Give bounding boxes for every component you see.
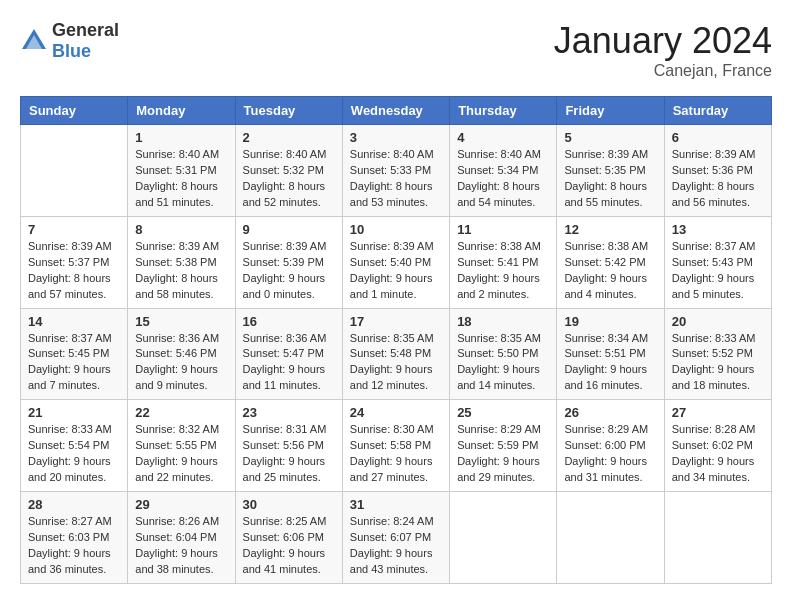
day-number: 11 [457,222,549,237]
week-row-5: 28Sunrise: 8:27 AMSunset: 6:03 PMDayligh… [21,492,772,584]
day-info: Sunrise: 8:27 AMSunset: 6:03 PMDaylight:… [28,514,120,578]
day-number: 30 [243,497,335,512]
day-cell: 9Sunrise: 8:39 AMSunset: 5:39 PMDaylight… [235,216,342,308]
logo-blue-text: Blue [52,41,91,61]
day-info: Sunrise: 8:31 AMSunset: 5:56 PMDaylight:… [243,422,335,486]
day-number: 28 [28,497,120,512]
day-cell: 31Sunrise: 8:24 AMSunset: 6:07 PMDayligh… [342,492,449,584]
calendar-table: SundayMondayTuesdayWednesdayThursdayFrid… [20,96,772,584]
day-info: Sunrise: 8:34 AMSunset: 5:51 PMDaylight:… [564,331,656,395]
day-info: Sunrise: 8:30 AMSunset: 5:58 PMDaylight:… [350,422,442,486]
day-number: 27 [672,405,764,420]
weekday-header-sunday: Sunday [21,97,128,125]
day-number: 1 [135,130,227,145]
day-info: Sunrise: 8:29 AMSunset: 6:00 PMDaylight:… [564,422,656,486]
day-number: 17 [350,314,442,329]
day-number: 20 [672,314,764,329]
day-number: 3 [350,130,442,145]
day-info: Sunrise: 8:40 AMSunset: 5:34 PMDaylight:… [457,147,549,211]
week-row-4: 21Sunrise: 8:33 AMSunset: 5:54 PMDayligh… [21,400,772,492]
day-info: Sunrise: 8:40 AMSunset: 5:32 PMDaylight:… [243,147,335,211]
day-cell: 22Sunrise: 8:32 AMSunset: 5:55 PMDayligh… [128,400,235,492]
day-info: Sunrise: 8:28 AMSunset: 6:02 PMDaylight:… [672,422,764,486]
day-info: Sunrise: 8:39 AMSunset: 5:37 PMDaylight:… [28,239,120,303]
day-cell: 4Sunrise: 8:40 AMSunset: 5:34 PMDaylight… [450,125,557,217]
day-cell: 19Sunrise: 8:34 AMSunset: 5:51 PMDayligh… [557,308,664,400]
day-number: 13 [672,222,764,237]
day-number: 31 [350,497,442,512]
day-cell: 14Sunrise: 8:37 AMSunset: 5:45 PMDayligh… [21,308,128,400]
day-cell: 25Sunrise: 8:29 AMSunset: 5:59 PMDayligh… [450,400,557,492]
day-number: 18 [457,314,549,329]
day-info: Sunrise: 8:39 AMSunset: 5:38 PMDaylight:… [135,239,227,303]
day-info: Sunrise: 8:36 AMSunset: 5:46 PMDaylight:… [135,331,227,395]
day-number: 7 [28,222,120,237]
day-number: 9 [243,222,335,237]
weekday-header-friday: Friday [557,97,664,125]
day-cell [450,492,557,584]
day-number: 23 [243,405,335,420]
day-number: 4 [457,130,549,145]
day-cell: 5Sunrise: 8:39 AMSunset: 5:35 PMDaylight… [557,125,664,217]
day-info: Sunrise: 8:36 AMSunset: 5:47 PMDaylight:… [243,331,335,395]
page-header: General Blue January 2024 Canejan, Franc… [20,20,772,80]
day-number: 26 [564,405,656,420]
weekday-header-thursday: Thursday [450,97,557,125]
day-cell: 28Sunrise: 8:27 AMSunset: 6:03 PMDayligh… [21,492,128,584]
day-number: 22 [135,405,227,420]
day-number: 14 [28,314,120,329]
day-cell: 29Sunrise: 8:26 AMSunset: 6:04 PMDayligh… [128,492,235,584]
day-cell: 17Sunrise: 8:35 AMSunset: 5:48 PMDayligh… [342,308,449,400]
day-cell: 6Sunrise: 8:39 AMSunset: 5:36 PMDaylight… [664,125,771,217]
day-cell: 3Sunrise: 8:40 AMSunset: 5:33 PMDaylight… [342,125,449,217]
weekday-header-saturday: Saturday [664,97,771,125]
day-number: 24 [350,405,442,420]
day-info: Sunrise: 8:26 AMSunset: 6:04 PMDaylight:… [135,514,227,578]
month-title: January 2024 [554,20,772,62]
day-info: Sunrise: 8:38 AMSunset: 5:42 PMDaylight:… [564,239,656,303]
day-cell: 26Sunrise: 8:29 AMSunset: 6:00 PMDayligh… [557,400,664,492]
day-info: Sunrise: 8:33 AMSunset: 5:54 PMDaylight:… [28,422,120,486]
day-cell [664,492,771,584]
location-title: Canejan, France [554,62,772,80]
weekday-header-wednesday: Wednesday [342,97,449,125]
weekday-header-tuesday: Tuesday [235,97,342,125]
weekday-header-row: SundayMondayTuesdayWednesdayThursdayFrid… [21,97,772,125]
day-number: 12 [564,222,656,237]
day-info: Sunrise: 8:24 AMSunset: 6:07 PMDaylight:… [350,514,442,578]
day-cell: 8Sunrise: 8:39 AMSunset: 5:38 PMDaylight… [128,216,235,308]
day-info: Sunrise: 8:33 AMSunset: 5:52 PMDaylight:… [672,331,764,395]
day-number: 8 [135,222,227,237]
day-cell: 13Sunrise: 8:37 AMSunset: 5:43 PMDayligh… [664,216,771,308]
day-info: Sunrise: 8:29 AMSunset: 5:59 PMDaylight:… [457,422,549,486]
day-cell: 11Sunrise: 8:38 AMSunset: 5:41 PMDayligh… [450,216,557,308]
day-info: Sunrise: 8:37 AMSunset: 5:43 PMDaylight:… [672,239,764,303]
day-cell: 15Sunrise: 8:36 AMSunset: 5:46 PMDayligh… [128,308,235,400]
week-row-1: 1Sunrise: 8:40 AMSunset: 5:31 PMDaylight… [21,125,772,217]
week-row-3: 14Sunrise: 8:37 AMSunset: 5:45 PMDayligh… [21,308,772,400]
weekday-header-monday: Monday [128,97,235,125]
day-info: Sunrise: 8:39 AMSunset: 5:35 PMDaylight:… [564,147,656,211]
day-number: 10 [350,222,442,237]
day-cell: 2Sunrise: 8:40 AMSunset: 5:32 PMDaylight… [235,125,342,217]
day-cell [21,125,128,217]
logo-icon [20,27,48,55]
day-cell: 23Sunrise: 8:31 AMSunset: 5:56 PMDayligh… [235,400,342,492]
day-info: Sunrise: 8:32 AMSunset: 5:55 PMDaylight:… [135,422,227,486]
day-number: 25 [457,405,549,420]
day-cell [557,492,664,584]
day-info: Sunrise: 8:39 AMSunset: 5:40 PMDaylight:… [350,239,442,303]
day-info: Sunrise: 8:39 AMSunset: 5:39 PMDaylight:… [243,239,335,303]
day-number: 2 [243,130,335,145]
day-info: Sunrise: 8:39 AMSunset: 5:36 PMDaylight:… [672,147,764,211]
day-number: 21 [28,405,120,420]
week-row-2: 7Sunrise: 8:39 AMSunset: 5:37 PMDaylight… [21,216,772,308]
day-number: 16 [243,314,335,329]
day-cell: 24Sunrise: 8:30 AMSunset: 5:58 PMDayligh… [342,400,449,492]
day-cell: 30Sunrise: 8:25 AMSunset: 6:06 PMDayligh… [235,492,342,584]
logo: General Blue [20,20,119,62]
day-info: Sunrise: 8:25 AMSunset: 6:06 PMDaylight:… [243,514,335,578]
day-number: 15 [135,314,227,329]
day-cell: 18Sunrise: 8:35 AMSunset: 5:50 PMDayligh… [450,308,557,400]
day-number: 5 [564,130,656,145]
